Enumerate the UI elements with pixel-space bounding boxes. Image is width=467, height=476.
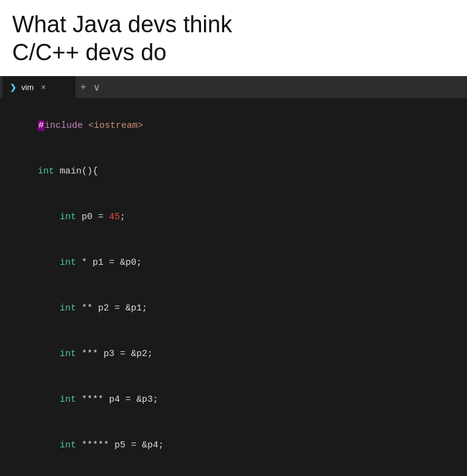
code-line-p0: int p0 = 45; xyxy=(5,194,467,240)
title-section: What Java devs think C/C++ devs do xyxy=(0,0,467,76)
code-line-p4: int **** p4 = &p3; xyxy=(5,377,467,422)
terminal-icon: ❯ xyxy=(10,83,16,92)
terminal-tab-bar: ❯ vim × + ∨ xyxy=(0,76,467,98)
code-line-include: #include <iostream> xyxy=(5,103,467,149)
code-line-p1: int * p1 = &p0; xyxy=(5,240,467,285)
plus-icon[interactable]: + xyxy=(80,82,86,93)
code-line-main: int main(){ xyxy=(5,149,467,194)
chevron-down-icon[interactable]: ∨ xyxy=(93,82,100,93)
tab-label: vim xyxy=(21,83,33,92)
code-line-p3: int *** p3 = &p2; xyxy=(5,331,467,377)
code-line-p6: int ****** p6 = &p5; xyxy=(5,468,467,476)
active-tab[interactable]: ❯ vim × xyxy=(2,76,75,98)
title-text: What Java devs think C/C++ devs do xyxy=(12,11,455,66)
code-line-p2: int ** p2 = &p1; xyxy=(5,285,467,331)
code-line-p5: int ***** p5 = &p4; xyxy=(5,422,467,468)
tab-actions: + ∨ xyxy=(80,82,100,93)
code-area: #include <iostream> int main(){ int p0 =… xyxy=(0,98,467,476)
terminal-wrapper: ❯ vim × + ∨ #include <iostream> int main… xyxy=(0,76,467,453)
close-icon[interactable]: × xyxy=(41,82,46,92)
